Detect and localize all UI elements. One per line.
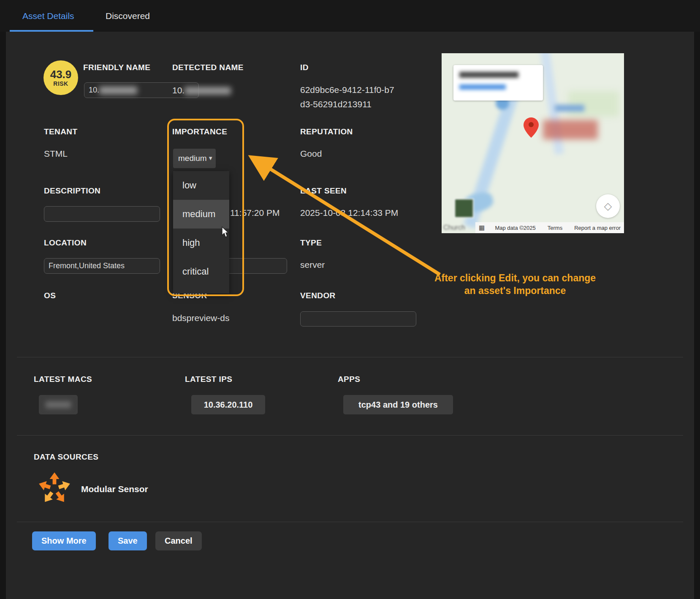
detected-name-redacted [184, 87, 231, 95]
map-info-title-redacted [459, 72, 518, 78]
asset-id-label: ID [300, 63, 309, 72]
save-button[interactable]: Save [109, 531, 147, 550]
description-label: DESCRIPTION [44, 186, 100, 196]
map-pin-label-redacted [543, 120, 598, 139]
detected-name-value-prefix: 10. [172, 85, 184, 95]
asset-details-screen: Asset Details Discovered 43.9 RISK FRIEN… [0, 0, 700, 599]
vendor-input[interactable] [300, 311, 416, 327]
tenant-label: TENANT [44, 127, 77, 136]
importance-label: IMPORTANCE [172, 127, 227, 136]
latest-ips-chip[interactable]: 10.36.20.110 [191, 395, 265, 414]
annotation-text: After clicking Edit, you can change an a… [431, 272, 600, 297]
friendly-name-redacted [99, 87, 137, 94]
asset-id-value: 62d9bc6e-9412-11f0-b7d3-56291d213911 [300, 83, 396, 112]
latest-macs-chip[interactable] [39, 395, 78, 414]
reputation-label: REPUTATION [300, 127, 353, 136]
section-divider [17, 522, 683, 522]
latest-macs-label: LATEST MACS [34, 375, 92, 384]
show-more-button[interactable]: Show More [32, 531, 96, 550]
importance-select[interactable]: medium ▼ [173, 149, 216, 168]
reputation-value: Good [300, 149, 322, 159]
latest-ips-value: 10.36.20.110 [204, 400, 253, 410]
section-divider [17, 435, 683, 436]
map-label-redacted [555, 105, 584, 112]
friendly-name-label: FRIENDLY NAME [83, 63, 150, 72]
detected-name-value: 10. [172, 85, 231, 95]
map-attribution-text: Map data ©2025 [495, 225, 535, 231]
map-attribution-bar: Map data ©2025 Terms Report a map error [475, 222, 624, 233]
type-label: TYPE [300, 238, 322, 248]
tenant-value: STML [44, 149, 68, 159]
cursor-icon [219, 226, 230, 239]
location-input[interactable] [44, 258, 160, 274]
tab-discovered[interactable]: Discovered [106, 0, 150, 32]
map-park [568, 91, 619, 117]
tab-asset-details[interactable]: Asset Details [22, 0, 74, 32]
last-seen-value: 2025-10-03 12:14:33 PM [300, 208, 398, 218]
location-label: LOCATION [44, 238, 87, 248]
location-map[interactable]: ◇ Church ▦ Map data ©2025 Terms Report a… [442, 53, 624, 233]
tab-bar: Asset Details Discovered [0, 0, 700, 32]
map-church-label: Church [443, 224, 465, 231]
os-label: OS [44, 291, 56, 300]
map-keyboard-icon[interactable]: ▦ [479, 224, 485, 231]
importance-option-medium[interactable]: medium [173, 200, 229, 229]
type-value: server [300, 260, 325, 270]
latest-macs-redacted [46, 401, 71, 408]
apps-chip[interactable]: tcp43 and 19 others [343, 395, 453, 414]
map-info-card [453, 65, 543, 101]
apps-label: APPS [338, 375, 360, 384]
data-sources-label: DATA SOURCES [34, 452, 98, 462]
cancel-button[interactable]: Cancel [155, 531, 202, 550]
section-divider [17, 357, 683, 357]
risk-score-badge: 43.9 RISK [43, 60, 78, 95]
map-imagery-thumb [454, 199, 474, 218]
modular-sensor-icon [36, 470, 73, 507]
map-pegman-control[interactable]: ◇ [596, 194, 620, 218]
tab-discovered-label: Discovered [106, 11, 150, 21]
detected-name-label: DETECTED NAME [172, 63, 244, 72]
friendly-name-value-prefix: 10. [89, 86, 99, 94]
risk-score-value: 43.9 [50, 68, 72, 80]
map-terms-link[interactable]: Terms [548, 225, 562, 231]
sensor-value: bdspreview-ds [172, 313, 229, 323]
tab-asset-details-label: Asset Details [22, 11, 74, 21]
latest-ips-label: LATEST IPS [185, 375, 232, 384]
map-report-error-link[interactable]: Report a map error [574, 225, 621, 231]
map-road-2 [540, 53, 564, 155]
vendor-label: VENDOR [300, 291, 336, 300]
first-seen-value-partial: 11:57:20 PM [230, 208, 280, 218]
description-input[interactable] [44, 206, 160, 222]
data-source-name: Modular Sensor [81, 484, 148, 494]
importance-option-low[interactable]: low [173, 171, 229, 200]
risk-score-label: RISK [53, 80, 68, 87]
chevron-down-icon: ▼ [208, 155, 213, 161]
importance-selected-value: medium [178, 154, 207, 163]
map-info-link-redacted [459, 84, 506, 90]
last-seen-label: LAST SEEN [300, 186, 347, 196]
importance-option-critical[interactable]: critical [173, 257, 229, 286]
map-pin-icon [524, 117, 539, 139]
apps-value: tcp43 and 19 others [358, 400, 438, 410]
